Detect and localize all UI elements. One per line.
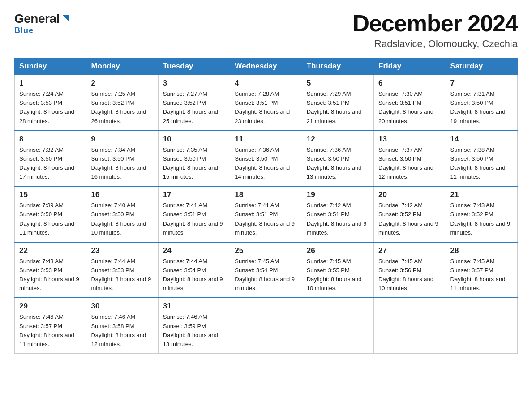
table-row: 23 Sunrise: 7:44 AMSunset: 3:53 PMDaylig… bbox=[86, 242, 158, 298]
page-header: General Blue December 2024 Radslavice, O… bbox=[14, 11, 518, 50]
day-number: 15 bbox=[19, 190, 82, 199]
table-row: 11 Sunrise: 7:36 AMSunset: 3:50 PMDaylig… bbox=[230, 131, 302, 187]
table-row bbox=[374, 298, 446, 353]
day-number: 26 bbox=[307, 246, 369, 255]
table-row: 7 Sunrise: 7:31 AMSunset: 3:50 PMDayligh… bbox=[446, 75, 517, 131]
day-number: 9 bbox=[91, 135, 153, 144]
day-info: Sunrise: 7:46 AMSunset: 3:59 PMDaylight:… bbox=[163, 313, 218, 347]
day-number: 3 bbox=[163, 79, 225, 88]
day-info: Sunrise: 7:45 AMSunset: 3:57 PMDaylight:… bbox=[450, 258, 506, 291]
table-row: 19 Sunrise: 7:42 AMSunset: 3:51 PMDaylig… bbox=[302, 186, 373, 242]
col-monday: Monday bbox=[86, 58, 158, 75]
table-row: 9 Sunrise: 7:34 AMSunset: 3:50 PMDayligh… bbox=[86, 131, 158, 187]
col-friday: Friday bbox=[374, 58, 446, 75]
day-number: 30 bbox=[91, 302, 153, 311]
day-info: Sunrise: 7:38 AMSunset: 3:50 PMDaylight:… bbox=[450, 146, 506, 180]
calendar-week-row: 8 Sunrise: 7:32 AMSunset: 3:50 PMDayligh… bbox=[15, 131, 518, 187]
calendar-week-row: 22 Sunrise: 7:43 AMSunset: 3:53 PMDaylig… bbox=[15, 242, 518, 298]
table-row: 18 Sunrise: 7:41 AMSunset: 3:51 PMDaylig… bbox=[230, 186, 302, 242]
day-info: Sunrise: 7:46 AMSunset: 3:58 PMDaylight:… bbox=[91, 313, 146, 347]
table-row: 4 Sunrise: 7:28 AMSunset: 3:51 PMDayligh… bbox=[230, 75, 302, 131]
day-number: 21 bbox=[450, 190, 513, 199]
table-row: 10 Sunrise: 7:35 AMSunset: 3:50 PMDaylig… bbox=[158, 131, 230, 187]
day-number: 20 bbox=[378, 190, 441, 199]
table-row: 21 Sunrise: 7:43 AMSunset: 3:52 PMDaylig… bbox=[446, 186, 517, 242]
day-number: 27 bbox=[378, 246, 441, 255]
calendar-header-row: Sunday Monday Tuesday Wednesday Thursday… bbox=[15, 58, 518, 75]
day-number: 8 bbox=[19, 135, 82, 144]
day-info: Sunrise: 7:40 AMSunset: 3:50 PMDaylight:… bbox=[91, 202, 146, 235]
table-row: 8 Sunrise: 7:32 AMSunset: 3:50 PMDayligh… bbox=[15, 131, 86, 187]
day-info: Sunrise: 7:27 AMSunset: 3:52 PMDaylight:… bbox=[163, 90, 218, 124]
day-number: 5 bbox=[307, 79, 369, 88]
day-number: 24 bbox=[163, 246, 225, 255]
calendar-week-row: 15 Sunrise: 7:39 AMSunset: 3:50 PMDaylig… bbox=[15, 186, 518, 242]
logo: General Blue bbox=[14, 13, 70, 35]
day-info: Sunrise: 7:35 AMSunset: 3:50 PMDaylight:… bbox=[163, 146, 218, 180]
day-number: 28 bbox=[450, 246, 513, 255]
logo-general: General bbox=[14, 13, 60, 25]
calendar-week-row: 1 Sunrise: 7:24 AMSunset: 3:53 PMDayligh… bbox=[15, 75, 518, 131]
day-info: Sunrise: 7:44 AMSunset: 3:54 PMDaylight:… bbox=[163, 258, 223, 291]
table-row: 6 Sunrise: 7:30 AMSunset: 3:51 PMDayligh… bbox=[374, 75, 446, 131]
table-row: 5 Sunrise: 7:29 AMSunset: 3:51 PMDayligh… bbox=[302, 75, 373, 131]
day-number: 11 bbox=[235, 135, 297, 144]
day-number: 25 bbox=[235, 246, 297, 255]
table-row: 31 Sunrise: 7:46 AMSunset: 3:59 PMDaylig… bbox=[158, 298, 230, 353]
day-info: Sunrise: 7:36 AMSunset: 3:50 PMDaylight:… bbox=[307, 146, 362, 180]
col-saturday: Saturday bbox=[446, 58, 517, 75]
day-number: 19 bbox=[307, 190, 369, 199]
day-info: Sunrise: 7:34 AMSunset: 3:50 PMDaylight:… bbox=[91, 146, 146, 180]
day-number: 16 bbox=[91, 190, 153, 199]
table-row: 22 Sunrise: 7:43 AMSunset: 3:53 PMDaylig… bbox=[15, 242, 86, 298]
col-sunday: Sunday bbox=[15, 58, 86, 75]
day-number: 29 bbox=[19, 302, 82, 311]
table-row: 24 Sunrise: 7:44 AMSunset: 3:54 PMDaylig… bbox=[158, 242, 230, 298]
table-row: 16 Sunrise: 7:40 AMSunset: 3:50 PMDaylig… bbox=[86, 186, 158, 242]
day-number: 2 bbox=[91, 79, 153, 88]
col-tuesday: Tuesday bbox=[158, 58, 230, 75]
day-number: 10 bbox=[163, 135, 225, 144]
col-wednesday: Wednesday bbox=[230, 58, 302, 75]
day-info: Sunrise: 7:39 AMSunset: 3:50 PMDaylight:… bbox=[19, 202, 74, 235]
month-title: December 2024 bbox=[352, 11, 518, 36]
day-info: Sunrise: 7:43 AMSunset: 3:53 PMDaylight:… bbox=[19, 258, 79, 291]
day-info: Sunrise: 7:36 AMSunset: 3:50 PMDaylight:… bbox=[235, 146, 290, 180]
day-info: Sunrise: 7:37 AMSunset: 3:50 PMDaylight:… bbox=[378, 146, 433, 180]
day-info: Sunrise: 7:45 AMSunset: 3:55 PMDaylight:… bbox=[307, 258, 362, 291]
day-number: 4 bbox=[235, 79, 297, 88]
day-info: Sunrise: 7:41 AMSunset: 3:51 PMDaylight:… bbox=[235, 202, 295, 235]
calendar-week-row: 29 Sunrise: 7:46 AMSunset: 3:57 PMDaylig… bbox=[15, 298, 518, 353]
day-info: Sunrise: 7:32 AMSunset: 3:50 PMDaylight:… bbox=[19, 146, 74, 180]
day-number: 23 bbox=[91, 246, 153, 255]
title-block: December 2024 Radslavice, Olomoucky, Cze… bbox=[352, 11, 518, 50]
day-info: Sunrise: 7:44 AMSunset: 3:53 PMDaylight:… bbox=[91, 258, 151, 291]
table-row: 15 Sunrise: 7:39 AMSunset: 3:50 PMDaylig… bbox=[15, 186, 86, 242]
day-info: Sunrise: 7:43 AMSunset: 3:52 PMDaylight:… bbox=[450, 202, 511, 235]
day-number: 12 bbox=[307, 135, 369, 144]
day-number: 1 bbox=[19, 79, 82, 88]
day-info: Sunrise: 7:31 AMSunset: 3:50 PMDaylight:… bbox=[450, 90, 506, 124]
table-row: 25 Sunrise: 7:45 AMSunset: 3:54 PMDaylig… bbox=[230, 242, 302, 298]
day-info: Sunrise: 7:46 AMSunset: 3:57 PMDaylight:… bbox=[19, 313, 74, 347]
location: Radslavice, Olomoucky, Czechia bbox=[352, 38, 518, 50]
table-row: 28 Sunrise: 7:45 AMSunset: 3:57 PMDaylig… bbox=[446, 242, 517, 298]
day-number: 31 bbox=[163, 302, 225, 311]
table-row: 13 Sunrise: 7:37 AMSunset: 3:50 PMDaylig… bbox=[374, 131, 446, 187]
logo-triangle-icon bbox=[60, 13, 70, 23]
day-info: Sunrise: 7:41 AMSunset: 3:51 PMDaylight:… bbox=[163, 202, 223, 235]
table-row: 27 Sunrise: 7:45 AMSunset: 3:56 PMDaylig… bbox=[374, 242, 446, 298]
table-row: 14 Sunrise: 7:38 AMSunset: 3:50 PMDaylig… bbox=[446, 131, 517, 187]
day-number: 22 bbox=[19, 246, 82, 255]
day-number: 7 bbox=[450, 79, 513, 88]
table-row: 26 Sunrise: 7:45 AMSunset: 3:55 PMDaylig… bbox=[302, 242, 373, 298]
logo-blue: Blue bbox=[14, 26, 34, 35]
table-row bbox=[446, 298, 517, 353]
calendar-table: Sunday Monday Tuesday Wednesday Thursday… bbox=[14, 58, 518, 354]
day-number: 17 bbox=[163, 190, 225, 199]
day-info: Sunrise: 7:45 AMSunset: 3:56 PMDaylight:… bbox=[378, 258, 433, 291]
col-thursday: Thursday bbox=[302, 58, 373, 75]
day-info: Sunrise: 7:42 AMSunset: 3:52 PMDaylight:… bbox=[378, 202, 438, 235]
day-info: Sunrise: 7:30 AMSunset: 3:51 PMDaylight:… bbox=[378, 90, 433, 124]
day-number: 14 bbox=[450, 135, 513, 144]
